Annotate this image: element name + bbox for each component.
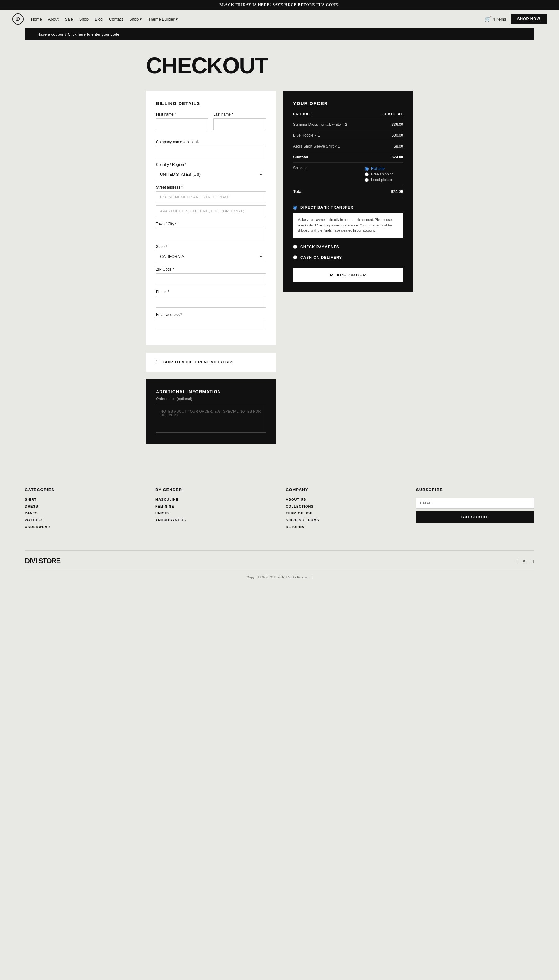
- footer-company-link[interactable]: RETURNS: [286, 525, 404, 529]
- subscribe-email-input[interactable]: [416, 498, 534, 509]
- footer-company-link[interactable]: ABOUT US: [286, 498, 404, 502]
- subtotal-col-header: SUBTOTAL: [365, 112, 403, 119]
- coupon-bar[interactable]: Have a coupon? Click here to enter your …: [25, 28, 534, 40]
- email-input[interactable]: [156, 319, 266, 330]
- country-label: Country / Region *: [156, 162, 266, 167]
- footer-category-link[interactable]: WATCHES: [25, 518, 143, 522]
- last-name-group: Last name *: [213, 112, 266, 130]
- shipping-row: Shipping Flat rate Free shipping: [293, 163, 403, 186]
- item-name: Blue Hoodie × 1: [293, 130, 365, 141]
- first-name-input[interactable]: [156, 118, 208, 130]
- nav-shop-dropdown[interactable]: Shop ▾: [129, 17, 142, 22]
- nav-about[interactable]: About: [48, 17, 59, 22]
- payment-check[interactable]: CHECK PAYMENTS: [293, 242, 403, 252]
- zip-input[interactable]: [156, 273, 266, 285]
- footer-company-link[interactable]: COLLECTIONS: [286, 505, 404, 508]
- shipping-flat-rate[interactable]: Flat rate: [365, 166, 403, 171]
- item-price: $36.00: [365, 119, 403, 130]
- facebook-icon[interactable]: f: [516, 558, 518, 563]
- nav-shop[interactable]: Shop: [79, 17, 89, 22]
- instagram-icon[interactable]: ◻: [531, 558, 534, 564]
- footer-category-link[interactable]: SHIRT: [25, 498, 143, 502]
- categories-title: CATEGORIES: [25, 487, 143, 492]
- footer-gender-link[interactable]: MASCULINE: [155, 498, 273, 502]
- company-title: COMPANY: [286, 487, 404, 492]
- footer-category-link[interactable]: DRESS: [25, 505, 143, 508]
- company-group: Company name (optional): [156, 140, 266, 157]
- footer-subscribe: SUBSCRIBE SUBSCRIBE: [416, 487, 534, 532]
- total-label: Total: [293, 186, 365, 197]
- item-name: Aegis Short Sleeve Shirt × 1: [293, 141, 365, 152]
- payment-section: DIRECT BANK TRANSFER Make your payment d…: [293, 202, 403, 282]
- footer-gender-link[interactable]: FEMININE: [155, 505, 273, 508]
- footer-by-gender: BY GENDER MASCULINEFEMININEUNISEXANDROGY…: [155, 487, 273, 532]
- last-name-input[interactable]: [213, 118, 266, 130]
- page-title: CHECKOUT: [146, 53, 413, 78]
- subtotal-label: Subtotal: [293, 152, 365, 163]
- payment-cod[interactable]: CASH ON DELIVERY: [293, 252, 403, 263]
- twitter-icon[interactable]: ✕: [523, 558, 526, 564]
- country-select[interactable]: UNITED STATES (US): [156, 169, 266, 180]
- table-row: Blue Hoodie × 1$30.00: [293, 130, 403, 141]
- ship-different: SHIP TO A DIFFERENT ADDRESS?: [146, 353, 276, 372]
- footer-gender-link[interactable]: ANDROGYNOUS: [155, 518, 273, 522]
- footer-category-link[interactable]: UNDERWEAR: [25, 525, 143, 529]
- nav-left: D Home About Sale Shop Blog Contact Shop…: [12, 13, 178, 25]
- cod-label: CASH ON DELIVERY: [300, 255, 342, 260]
- notes-textarea[interactable]: [156, 405, 266, 433]
- nav-contact[interactable]: Contact: [109, 17, 123, 22]
- street-group: Street address *: [156, 185, 266, 217]
- additional-title: ADDITIONAL INFORMATION: [156, 389, 266, 394]
- first-name-group: First name *: [156, 112, 208, 130]
- order-table: PRODUCT SUBTOTAL Summer Dress - small, w…: [293, 112, 403, 197]
- cart-count: 4 Items: [493, 17, 506, 22]
- shipping-local-pickup[interactable]: Local pickup: [365, 177, 403, 183]
- payment-direct-bank[interactable]: DIRECT BANK TRANSFER: [293, 202, 403, 213]
- footer-gender-link[interactable]: UNISEX: [155, 511, 273, 515]
- apt-input[interactable]: [156, 205, 266, 217]
- site-logo[interactable]: D: [12, 13, 23, 25]
- phone-label: Phone *: [156, 290, 266, 294]
- city-input[interactable]: [156, 228, 266, 240]
- item-name: Summer Dress - small, white × 2: [293, 119, 365, 130]
- flat-rate-label: Flat rate: [371, 167, 385, 171]
- last-name-label: Last name *: [213, 112, 266, 116]
- state-select[interactable]: CALIFORNIA: [156, 251, 266, 262]
- page-content: CHECKOUT BILLING DETAILS First name * La…: [140, 40, 419, 469]
- subscribe-button[interactable]: SUBSCRIBE: [416, 511, 534, 523]
- navigation: D Home About Sale Shop Blog Contact Shop…: [0, 10, 559, 28]
- ship-different-checkbox[interactable]: [156, 360, 160, 364]
- nav-sale[interactable]: Sale: [65, 17, 73, 22]
- zip-group: ZIP Code *: [156, 267, 266, 285]
- footer-company-link[interactable]: TERM OF USE: [286, 511, 404, 515]
- product-col-header: PRODUCT: [293, 112, 365, 119]
- place-order-button[interactable]: PLACE ORDER: [293, 268, 403, 282]
- item-price: $8.00: [365, 141, 403, 152]
- ship-different-label: SHIP TO A DIFFERENT ADDRESS?: [163, 360, 233, 364]
- state-group: State * CALIFORNIA: [156, 245, 266, 262]
- footer-social: f ✕ ◻: [516, 558, 534, 564]
- nav-home[interactable]: Home: [31, 17, 42, 22]
- name-row: First name * Last name *: [156, 112, 266, 135]
- zip-label: ZIP Code *: [156, 267, 266, 271]
- local-pickup-label: Local pickup: [371, 178, 392, 182]
- shipping-free[interactable]: Free shipping: [365, 171, 403, 177]
- phone-input[interactable]: [156, 296, 266, 308]
- footer-category-link[interactable]: PANTS: [25, 511, 143, 515]
- nav-theme-builder[interactable]: Theme Builder ▾: [148, 17, 178, 22]
- company-input[interactable]: [156, 146, 266, 157]
- email-label: Email address *: [156, 313, 266, 317]
- cart-info[interactable]: 🛒 4 Items: [485, 16, 506, 22]
- by-gender-title: BY GENDER: [155, 487, 273, 492]
- shop-now-button[interactable]: SHOP NOW: [511, 14, 547, 24]
- footer-company-link[interactable]: SHIPPING TERMS: [286, 518, 404, 522]
- total-row: Total $74.00: [293, 186, 403, 197]
- footer-categories: CATEGORIES SHIRTDRESSPANTSWATCHESUNDERWE…: [25, 487, 143, 532]
- nav-blog[interactable]: Blog: [95, 17, 103, 22]
- street-input[interactable]: [156, 191, 266, 203]
- order-card: YOUR ORDER PRODUCT SUBTOTAL Summer Dress…: [283, 91, 413, 292]
- cart-icon: 🛒: [485, 16, 491, 22]
- billing-title: BILLING DETAILS: [156, 101, 266, 106]
- email-group: Email address *: [156, 313, 266, 330]
- item-price: $30.00: [365, 130, 403, 141]
